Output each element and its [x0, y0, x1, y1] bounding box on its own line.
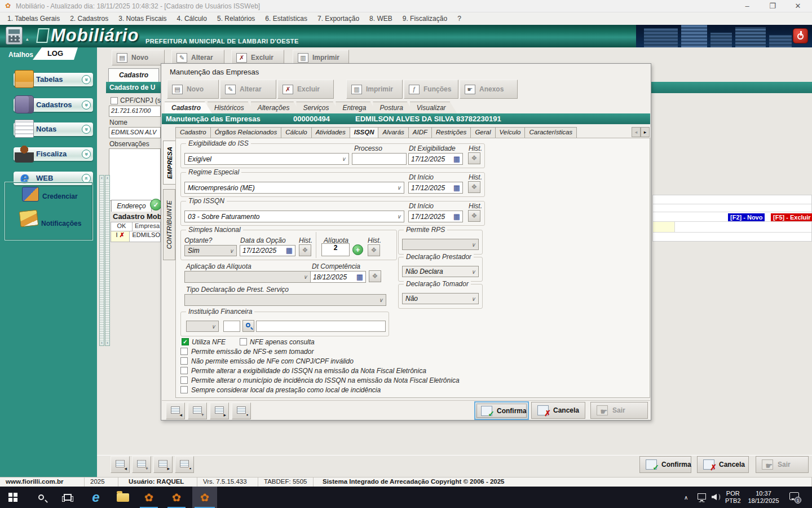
itab-caracteristicas[interactable]: Características	[525, 127, 577, 138]
data-opcao-field[interactable]: 17/12/2025▦	[240, 245, 295, 256]
sidebar-item-cadastros[interactable]: Cadastros »	[14, 98, 93, 112]
network-icon[interactable]	[698, 493, 706, 500]
taskbar-app2-button[interactable]: ✿	[165, 487, 188, 508]
tab-historicos[interactable]: Históricos	[208, 102, 255, 113]
dialog-anexos-button[interactable]: ☛ Anexos	[460, 80, 518, 99]
dt-exigibilidade-field[interactable]: 17/12/2025▦	[408, 153, 463, 165]
menu-relatorios[interactable]: 5. Relatórios	[212, 14, 260, 24]
alterar-municipio-checkbox[interactable]	[180, 376, 188, 384]
exigibilidade-select[interactable]: Exigível∨	[184, 153, 349, 165]
close-button[interactable]: ✕	[789, 2, 806, 10]
record-prev-button[interactable]: +	[188, 402, 207, 419]
hist-button[interactable]: ❖	[299, 244, 311, 256]
processo-field[interactable]	[352, 153, 407, 165]
taskbar-search-button[interactable]	[30, 487, 52, 508]
menu-web[interactable]: 8. WEB	[364, 14, 398, 24]
tipo-declaracao-select[interactable]: ∨	[184, 294, 386, 306]
vertical-scrollbar[interactable]: ‹›	[105, 175, 110, 346]
chevron-down-icon[interactable]: »	[82, 100, 91, 110]
log-tab[interactable]: LOG	[33, 47, 78, 60]
hist-button[interactable]: ❖	[468, 210, 480, 222]
inst-fin-select[interactable]: ∨	[186, 321, 219, 332]
taskbar-ie-button[interactable]: e	[85, 487, 107, 508]
calendar-icon[interactable]: ▦	[453, 156, 460, 162]
itab-calculo[interactable]: Cálculo	[281, 127, 311, 138]
record-next-button[interactable]: ▸	[210, 402, 229, 419]
record-first-button[interactable]: ◂	[111, 456, 130, 473]
inst-fin-name-field[interactable]	[256, 321, 386, 332]
hist-button[interactable]: ❖	[368, 244, 380, 256]
inst-fin-code-field[interactable]	[223, 321, 240, 332]
sidebar-item-tabelas[interactable]: Tabelas »	[14, 73, 93, 86]
record-prev-button[interactable]: +	[132, 456, 151, 473]
language-indicator[interactable]: PORPTB2	[725, 490, 741, 505]
menu-tabelas-gerais[interactable]: 1. Tabelas Gerais	[2, 14, 65, 24]
dt-competencia-field[interactable]: 18/12/2025▦	[310, 271, 366, 283]
dialog-alterar-button[interactable]: ✎ Alterar	[220, 80, 276, 99]
sidebar-item-fiscaliza[interactable]: Fiscaliza »	[14, 147, 93, 161]
sidebar-item-notificacoes[interactable]: Notificações	[41, 220, 81, 227]
record-last-button[interactable]: ▪	[232, 402, 251, 419]
tab-servicos[interactable]: Serviços	[296, 102, 340, 113]
dialog-funcoes-button[interactable]: ƒ Funções	[404, 80, 458, 99]
regime-select[interactable]: Microempresário (ME)∨	[184, 182, 404, 194]
dt-inicio-tipo-field[interactable]: 17/12/2025▦	[408, 211, 463, 222]
task-view-button[interactable]	[56, 487, 79, 508]
dialog-novo-button[interactable]: ▤ Novo	[167, 80, 219, 99]
hist-button[interactable]: ❖	[468, 152, 480, 164]
itab-veiculo[interactable]: Veículo	[496, 127, 526, 138]
tab-scroll-left-icon[interactable]: ◂	[632, 127, 641, 137]
main-confirma-button[interactable]: ✓ Confirma	[639, 456, 691, 473]
calendar-icon[interactable]: ▦	[356, 274, 363, 280]
itab-cadastro[interactable]: Cadastro	[175, 127, 211, 138]
hist-button[interactable]: ❖	[369, 270, 381, 282]
itab-atividades[interactable]: Atividades	[312, 127, 350, 138]
aplicacao-select[interactable]: ∨	[184, 271, 311, 283]
vtab-contribuinte[interactable]: CONTRIBUINTE	[163, 189, 175, 260]
cnpj-invalido-checkbox[interactable]	[180, 357, 188, 365]
utiliza-nfe-checkbox[interactable]: ✓	[182, 338, 189, 345]
bg-tab-cadastro[interactable]: Cadastro	[108, 68, 159, 82]
itab-geral[interactable]: Geral	[471, 127, 495, 138]
menu-exportacao[interactable]: 7. Exportação	[312, 14, 364, 24]
permite-rps-select[interactable]: ∨	[402, 239, 479, 250]
nfse-sem-tomador-checkbox[interactable]	[180, 348, 188, 355]
itab-alvaras[interactable]: Alvarás	[378, 127, 408, 138]
menu-fiscalizacao[interactable]: 9. Fiscalização	[398, 14, 452, 24]
chevron-down-icon[interactable]: »	[82, 125, 91, 134]
tab-visualizar[interactable]: Visualizar	[410, 102, 457, 113]
tab-alteracoes[interactable]: Alterações	[251, 102, 301, 113]
taskbar-app3-button-active[interactable]: ✿	[192, 487, 217, 508]
menu-estatisticas[interactable]: 6. Estatísticas	[260, 14, 312, 24]
decl-prestador-select[interactable]: Não Declara∨	[402, 266, 479, 277]
power-button[interactable]	[793, 28, 808, 43]
record-first-button[interactable]: ◂	[166, 402, 185, 419]
chevron-down-icon[interactable]: »	[82, 75, 91, 84]
vertical-scrollbar[interactable]: ‹›	[99, 175, 104, 346]
nfe-apenas-consulta-checkbox[interactable]	[240, 338, 247, 345]
main-sair-button[interactable]: ☛ Sair	[756, 456, 809, 473]
hist-button[interactable]: ❖	[468, 181, 480, 193]
menu-cadastros[interactable]: 2. Cadastros	[65, 14, 113, 24]
add-aliquota-button[interactable]: +	[352, 244, 363, 255]
tray-chevron-icon[interactable]: ∧	[684, 494, 688, 501]
optante-select[interactable]: Sim∨	[184, 245, 237, 256]
itab-restricoes[interactable]: Restrições	[432, 127, 471, 138]
maximize-button[interactable]: ❐	[764, 2, 781, 10]
start-button[interactable]	[2, 487, 24, 508]
sidebar-item-notas[interactable]: Notas »	[14, 122, 93, 136]
dt-inicio-regime-field[interactable]: 17/12/2025▦	[408, 182, 463, 194]
sidebar-item-credenciar[interactable]: Credenciar	[42, 192, 78, 200]
calendar-icon[interactable]: ▦	[286, 248, 293, 253]
endereco-tab[interactable]: Endereço	[111, 200, 152, 212]
calendar-icon[interactable]: ▦	[453, 185, 460, 191]
table-row[interactable]: I ✗ EDMILSO	[111, 231, 160, 242]
decl-tomador-select[interactable]: Não∨	[402, 293, 479, 304]
menu-calculo[interactable]: 4. Cálculo	[172, 14, 212, 24]
dialog-sair-button[interactable]: ☛ Sair	[590, 402, 648, 419]
menu-notas-fiscais[interactable]: 3. Notas Fiscais	[113, 14, 171, 24]
vtab-empresa[interactable]: EMPRESA	[163, 141, 175, 185]
record-next-button[interactable]: ▸	[153, 456, 173, 473]
tipo-issqn-select[interactable]: 03 - Sobre Faturamento∨	[184, 211, 404, 222]
taskbar-explorer-button[interactable]	[112, 487, 134, 508]
